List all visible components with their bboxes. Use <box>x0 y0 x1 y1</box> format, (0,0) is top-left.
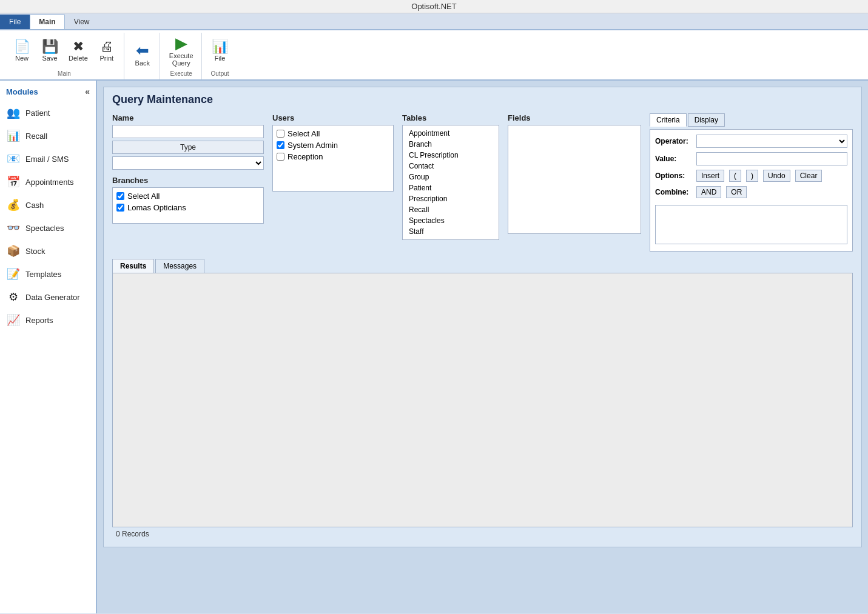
table-staff[interactable]: Staff <box>406 226 495 237</box>
fields-label: Fields <box>508 113 641 122</box>
user-select-all-row: Select All <box>277 128 389 139</box>
table-group[interactable]: Group <box>406 172 495 182</box>
user-system-admin-label: System Admin <box>288 141 338 150</box>
criteria-body: Operator: Value: Options: Insert ( ) <box>650 129 853 252</box>
delete-button[interactable]: ✖ Delete <box>64 38 92 64</box>
type-select[interactable] <box>112 156 264 170</box>
sidebar-item-spectacles[interactable]: 👓 Spectacles <box>0 216 96 239</box>
combine-row: Combine: AND OR <box>655 186 847 198</box>
tab-main[interactable]: Main <box>30 15 64 29</box>
sidebar-item-patient[interactable]: 👥 Patient <box>0 101 96 124</box>
templates-icon: 📝 <box>6 267 21 281</box>
sidebar-item-stock-label: Stock <box>25 247 45 256</box>
print-icon: 🖨 <box>100 40 113 53</box>
table-recall[interactable]: Recall <box>406 204 495 215</box>
open-paren-button[interactable]: ( <box>729 170 741 182</box>
recall-icon: 📊 <box>6 128 21 143</box>
users-column: Users Select All System Admin Recepti <box>272 113 394 192</box>
undo-button[interactable]: Undo <box>763 170 790 182</box>
user-select-all-checkbox[interactable] <box>277 130 284 138</box>
operator-select[interactable] <box>696 135 847 148</box>
branch-select-all-checkbox[interactable] <box>116 192 124 200</box>
new-button[interactable]: 📄 New <box>8 38 35 64</box>
sidebar-item-patient-label: Patient <box>25 108 50 118</box>
name-label: Name <box>112 113 264 122</box>
delete-icon: ✖ <box>73 40 84 53</box>
ribbon-group-main-label: Main <box>58 70 71 77</box>
sidebar-title: Modules <box>6 87 38 96</box>
fields-column: Fields <box>508 113 641 234</box>
sidebar-item-email-sms[interactable]: 📧 Email / SMS <box>0 147 96 170</box>
table-branch[interactable]: Branch <box>406 139 495 150</box>
insert-button[interactable]: Insert <box>696 170 724 182</box>
app-layout: Modules « 👥 Patient 📊 Recall 📧 Email / S… <box>0 81 868 613</box>
value-input[interactable] <box>696 152 847 165</box>
user-reception-checkbox[interactable] <box>277 153 284 161</box>
new-icon: 📄 <box>14 40 30 53</box>
branch-select-all-row: Select All <box>116 190 260 202</box>
ribbon-group-execute-label: Execute <box>170 70 192 77</box>
ribbon-bar: 📄 New 💾 Save ✖ Delete 🖨 Print Main ⬅ Bac… <box>0 30 868 81</box>
criteria-tab-criteria[interactable]: Criteria <box>650 113 687 127</box>
sidebar-item-reports-label: Reports <box>25 316 53 325</box>
operator-row: Operator: <box>655 135 847 148</box>
save-button[interactable]: 💾 Save <box>36 38 63 64</box>
name-column: Name Type Branches Select All <box>112 113 264 224</box>
results-tab-results[interactable]: Results <box>112 259 154 273</box>
results-tabs: Results Messages <box>112 259 853 273</box>
table-patient[interactable]: Patient <box>406 182 495 193</box>
title-bar: Optisoft.NET <box>0 0 868 13</box>
close-paren-button[interactable]: ) <box>746 170 758 182</box>
results-content <box>112 273 853 527</box>
clear-button[interactable]: Clear <box>795 170 823 182</box>
sidebar-item-templates[interactable]: 📝 Templates <box>0 262 96 285</box>
name-input[interactable] <box>112 125 264 138</box>
tab-view[interactable]: View <box>65 15 99 29</box>
spectacles-icon: 👓 <box>6 221 21 235</box>
branch-lomas-row: Lomas Opticians <box>116 202 260 213</box>
table-prescription[interactable]: Prescription <box>406 193 495 204</box>
tab-file[interactable]: File <box>0 15 30 29</box>
ribbon-tabs: File Main View <box>0 13 868 30</box>
sidebar-item-stock[interactable]: 📦 Stock <box>0 239 96 262</box>
email-sms-icon: 📧 <box>6 152 21 166</box>
user-system-admin-checkbox[interactable] <box>277 141 284 149</box>
execute-icon: ▶ <box>175 35 187 51</box>
user-select-all-label: Select All <box>288 129 320 138</box>
file-output-label: File <box>215 55 226 62</box>
table-contact[interactable]: Contact <box>406 161 495 172</box>
delete-label: Delete <box>69 55 88 62</box>
fields-box <box>508 125 641 234</box>
appointments-icon: 📅 <box>6 175 21 189</box>
tables-box: Appointment Branch CL Prescription Conta… <box>402 125 499 240</box>
criteria-column: Criteria Display Operator: Value: <box>650 113 853 252</box>
sidebar-item-recall[interactable]: 📊 Recall <box>0 124 96 147</box>
branch-lomas-label: Lomas Opticians <box>127 203 186 212</box>
table-cl-prescription[interactable]: CL Prescription <box>406 150 495 161</box>
branch-lomas-checkbox[interactable] <box>116 204 124 212</box>
back-button[interactable]: ⬅ Back <box>129 40 156 69</box>
or-button[interactable]: OR <box>726 186 747 198</box>
options-row: Options: Insert ( ) Undo Clear <box>655 170 847 182</box>
sidebar-item-cash[interactable]: 💰 Cash <box>0 193 96 216</box>
results-tab-messages[interactable]: Messages <box>155 259 204 273</box>
sidebar-item-reports[interactable]: 📈 Reports <box>0 309 96 332</box>
sidebar-item-recall-label: Recall <box>25 132 47 141</box>
and-button[interactable]: AND <box>696 186 721 198</box>
sidebar-item-appointments-label: Appointments <box>25 178 74 187</box>
criteria-textarea[interactable] <box>655 205 847 244</box>
table-spectacles[interactable]: Spectacles <box>406 215 495 226</box>
table-appointment[interactable]: Appointment <box>406 128 495 139</box>
print-button[interactable]: 🖨 Print <box>93 38 120 64</box>
query-maintenance-panel: Query Maintenance Name Type Branches <box>103 87 862 547</box>
ribbon-group-output: 📊 File Output <box>203 33 237 79</box>
file-output-button[interactable]: 📊 File <box>207 38 234 64</box>
back-icon: ⬅ <box>136 42 149 58</box>
execute-query-button[interactable]: ▶ ExecuteQuery <box>165 33 198 69</box>
criteria-tab-display[interactable]: Display <box>688 113 725 127</box>
value-row: Value: <box>655 152 847 165</box>
sidebar-collapse-button[interactable]: « <box>85 87 90 96</box>
sidebar-item-data-generator[interactable]: ⚙ Data Generator <box>0 285 96 309</box>
type-button[interactable]: Type <box>112 141 264 154</box>
sidebar-item-appointments[interactable]: 📅 Appointments <box>0 170 96 193</box>
